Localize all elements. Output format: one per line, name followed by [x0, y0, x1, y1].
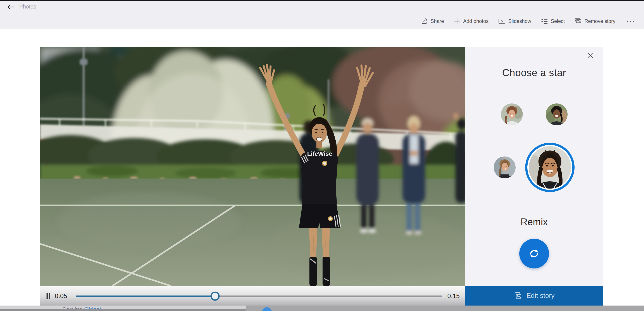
slideshow-button[interactable]: Slideshow	[498, 18, 531, 25]
total-time: 0:15	[448, 293, 460, 300]
share-button[interactable]: Share	[421, 18, 444, 25]
header-bar: Photos Share Add photos Slideshow	[0, 1, 644, 29]
pause-bar	[46, 293, 48, 299]
underlying-page-shade	[0, 309, 246, 311]
page-title: Photos	[19, 3, 36, 10]
choose-star-panel: Choose a star	[465, 47, 603, 286]
select-label: Select	[551, 18, 565, 24]
edit-story-icon	[514, 292, 522, 300]
remove-story-label: Remove story	[584, 18, 616, 24]
panel-title: Choose a star	[465, 67, 603, 79]
playback-bar: 0:05 0:15	[40, 286, 465, 306]
plus-icon	[454, 18, 460, 25]
back-button[interactable]	[6, 2, 16, 12]
current-time: 0:05	[55, 293, 67, 300]
edit-story-label: Edit story	[526, 292, 554, 300]
progress-fill	[76, 296, 215, 297]
add-photos-label: Add photos	[463, 18, 488, 24]
slider-handle[interactable]	[210, 292, 220, 301]
add-photos-button[interactable]: Add photos	[454, 18, 488, 25]
share-icon	[421, 18, 428, 25]
more-options-button[interactable]	[625, 19, 636, 23]
edit-story-button[interactable]: Edit story	[465, 286, 603, 306]
jersey-sponsor-text: LifeWise	[307, 150, 332, 157]
remove-story-icon	[574, 18, 582, 25]
pause-button[interactable]	[44, 292, 52, 300]
toolbar: Share Add photos Slideshow Select	[421, 15, 636, 27]
select-button[interactable]: Select	[541, 18, 565, 25]
close-button[interactable]	[586, 51, 595, 60]
avatar-photo	[501, 103, 523, 125]
select-checklist-icon	[541, 18, 548, 25]
ellipsis-dot	[627, 21, 628, 22]
avatar-photo	[529, 146, 571, 189]
video-player-frame[interactable]: LifeWise	[40, 47, 465, 286]
slideshow-icon	[498, 18, 506, 25]
video-scene: LifeWise	[40, 47, 465, 286]
back-arrow-icon	[7, 4, 14, 10]
star-avatar-3[interactable]	[494, 156, 516, 178]
remove-story-button[interactable]: Remove story	[574, 18, 616, 25]
avatar-photo-svg	[529, 146, 571, 189]
star-avatar-2[interactable]	[546, 103, 568, 125]
share-label: Share	[431, 18, 444, 24]
remix-title: Remix	[465, 217, 603, 227]
sync-icon	[527, 247, 541, 261]
ellipsis-dot	[630, 21, 631, 22]
avatar-photo	[494, 156, 516, 178]
ellipsis-dot	[633, 21, 634, 22]
panel-divider	[474, 206, 594, 206]
remix-button[interactable]	[519, 239, 549, 269]
slideshow-label: Slideshow	[508, 18, 531, 24]
close-icon	[587, 52, 594, 59]
seek-slider[interactable]	[76, 292, 442, 300]
avatar-row	[465, 103, 603, 125]
star-avatar-1[interactable]	[501, 103, 523, 125]
avatar-photo	[546, 103, 568, 125]
avatar-row	[465, 143, 603, 192]
pause-bar	[49, 293, 50, 299]
star-avatar-4-selected[interactable]	[525, 143, 574, 192]
